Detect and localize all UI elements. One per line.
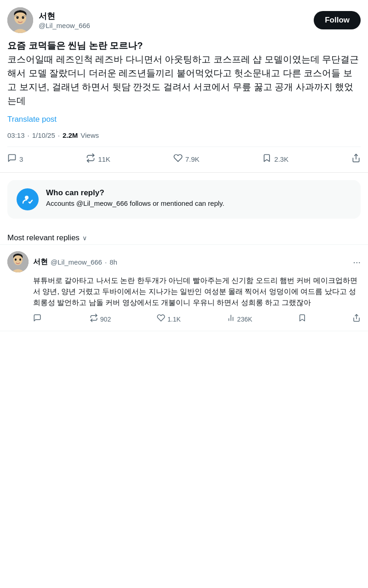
reply-restriction: Who can reply? Accounts @Lil_meow_666 fo… <box>7 180 361 219</box>
like-button[interactable]: 7.9K <box>173 153 200 165</box>
reply-retweet-icon <box>90 314 98 324</box>
chevron-down-icon[interactable]: ∨ <box>82 234 87 242</box>
reply-bookmark-button[interactable] <box>298 314 306 324</box>
reply-body: 뷰튜버로 갈아타고 나서도 논란 한두개가 아닌데 빨아주는게 신기함 오드리 … <box>33 275 361 308</box>
comment-icon <box>7 153 17 165</box>
reply-retweet-button[interactable]: 902 <box>90 314 111 324</box>
reply-share-icon <box>352 314 361 324</box>
tweet-body-text: 코스어일때 레즈인척 레즈바 다니면서 아웃팅하고 코스프레 샵 모델이였는데 … <box>7 54 359 106</box>
retweet-icon <box>86 153 95 165</box>
svg-point-8 <box>15 259 17 261</box>
reply-engagement-bar: 902 1.1K 236K <box>33 314 361 324</box>
comment-count: 3 <box>19 155 23 163</box>
more-dots-icon: ··· <box>353 257 361 267</box>
tweet-body-bold: 요즘 코덕들은 씬님 논란 모르나? <box>7 40 143 51</box>
translate-link[interactable]: Translate post <box>7 115 361 124</box>
reply-like-icon <box>157 314 165 324</box>
meta-dot: · <box>28 131 29 139</box>
svg-point-9 <box>19 259 21 261</box>
reply-share-button[interactable] <box>352 314 361 324</box>
reply-like-count: 1.1K <box>167 316 181 323</box>
like-count: 7.9K <box>185 155 200 163</box>
reply-avatar[interactable] <box>7 251 29 272</box>
user-handle[interactable]: @Lil_meow_666 <box>39 22 90 29</box>
share-button[interactable] <box>351 153 361 165</box>
reply-restriction-desc: Accounts @Lil_meow_666 follows or mentio… <box>46 198 351 208</box>
comment-button[interactable]: 3 <box>7 153 23 165</box>
reply-restriction-title: Who can reply? <box>46 188 351 198</box>
retweet-count: 11K <box>98 155 110 163</box>
bookmark-button[interactable]: 2.3K <box>262 153 288 165</box>
user-name-block: 서현 @Lil_meow_666 <box>39 11 90 29</box>
user-info: 서현 @Lil_meow_666 <box>7 7 90 33</box>
user-check-icon <box>17 188 39 210</box>
replies-label: Most relevant replies <box>7 233 80 243</box>
retweet-button[interactable]: 11K <box>86 153 110 165</box>
reply-retweet-count: 902 <box>100 316 111 323</box>
like-icon <box>173 153 183 165</box>
main-tweet: 서현 @Lil_meow_666 Follow 요즘 코덕들은 씬님 논란 모르… <box>0 0 368 173</box>
follow-button[interactable]: Follow <box>314 11 361 29</box>
reply-time: · <box>105 258 107 266</box>
share-icon <box>351 153 361 165</box>
bookmark-count: 2.3K <box>274 155 288 163</box>
tweet-time: 03:13 <box>7 131 25 139</box>
reply-like-button[interactable]: 1.1K <box>157 314 181 324</box>
tweet-header: 서현 @Lil_meow_666 Follow <box>7 7 361 33</box>
reply-restriction-text: Who can reply? Accounts @Lil_meow_666 fo… <box>46 188 351 208</box>
replies-header[interactable]: Most relevant replies ∨ <box>0 226 368 243</box>
svg-point-5 <box>25 196 29 199</box>
reply-time-value: 8h <box>109 258 117 266</box>
reply-name-row: 서현 @Lil_meow_666 · 8h <box>33 257 117 267</box>
display-name[interactable]: 서현 <box>39 11 90 22</box>
tweet-body: 요즘 코덕들은 씬님 논란 모르나? 코스어일때 레즈인척 레즈바 다니면서 아… <box>7 39 361 107</box>
tweet-views-value: 2.2M <box>63 131 78 139</box>
meta-dot2: · <box>58 131 60 139</box>
engagement-bar: 3 11K 7.9K <box>7 147 361 172</box>
reply-comment-button[interactable] <box>33 314 44 324</box>
tweet-views-label: Views <box>80 131 99 139</box>
reply-views-button[interactable]: 236K <box>227 314 253 324</box>
reply-handle: @Lil_meow_666 <box>51 258 102 266</box>
reply-user-info: 서현 @Lil_meow_666 · 8h <box>7 251 117 272</box>
avatar[interactable] <box>7 7 33 33</box>
reply-display-name[interactable]: 서현 <box>33 257 48 267</box>
reply-tweet: 서현 @Lil_meow_666 · 8h ··· 뷰튜버로 갈아타고 나서도 … <box>0 245 368 331</box>
reply-views-icon <box>227 314 235 324</box>
bookmark-icon <box>262 153 271 165</box>
reply-more-button[interactable]: ··· <box>353 257 361 267</box>
reply-comment-icon <box>33 314 41 324</box>
reply-bookmark-icon <box>298 314 306 324</box>
reply-views-count: 236K <box>237 316 253 323</box>
tweet-date: 1/10/25 <box>32 131 55 139</box>
tweet-meta: 03:13 · 1/10/25 · 2.2M Views <box>7 131 361 139</box>
reply-header: 서현 @Lil_meow_666 · 8h ··· <box>7 251 361 272</box>
